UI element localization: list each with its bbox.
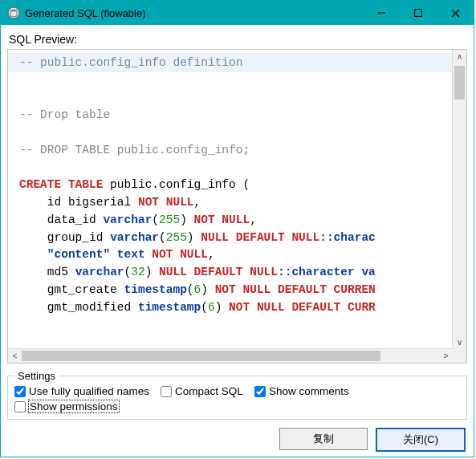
checkbox-fully-qualified-input[interactable] bbox=[14, 386, 26, 397]
horizontal-scrollbar[interactable]: < > bbox=[8, 348, 453, 363]
svg-point-1 bbox=[10, 9, 17, 11]
dialog-window: Generated SQL (flowable) SQL Preview: --… bbox=[0, 0, 474, 457]
scroll-up-icon[interactable]: ∧ bbox=[453, 50, 466, 63]
sql-preview: -- public.config_info definition -- Drop… bbox=[7, 49, 467, 364]
dialog-footer: 复制 关闭(C) bbox=[7, 420, 467, 452]
checkbox-compact-sql[interactable]: Compact SQL bbox=[161, 385, 243, 397]
checkbox-compact-sql-input[interactable] bbox=[161, 386, 172, 397]
sql-code[interactable]: -- public.config_info definition -- Drop… bbox=[8, 50, 452, 363]
window-title: Generated SQL (flowable) bbox=[25, 7, 146, 19]
copy-button[interactable]: 复制 bbox=[279, 428, 368, 450]
app-icon bbox=[7, 6, 20, 19]
settings-legend: Settings bbox=[14, 370, 59, 382]
vertical-scrollbar[interactable]: ∧ ∨ bbox=[452, 50, 466, 363]
checkbox-show-comments[interactable]: Show comments bbox=[254, 385, 349, 397]
vertical-scroll-thumb[interactable] bbox=[454, 66, 465, 100]
dialog-body: SQL Preview: -- public.config_info defin… bbox=[1, 25, 474, 457]
scroll-right-icon[interactable]: > bbox=[439, 351, 453, 360]
scroll-down-icon[interactable]: ∨ bbox=[453, 335, 466, 349]
checkbox-show-permissions-input[interactable] bbox=[14, 401, 26, 412]
svg-rect-3 bbox=[415, 10, 422, 17]
horizontal-scroll-thumb[interactable] bbox=[22, 351, 380, 361]
scroll-left-icon[interactable]: < bbox=[8, 351, 22, 360]
checkbox-show-permissions[interactable]: Show permissions bbox=[14, 400, 119, 412]
minimize-button[interactable] bbox=[363, 1, 400, 25]
close-dialog-button[interactable]: 关闭(C) bbox=[376, 428, 466, 452]
close-button[interactable] bbox=[437, 1, 474, 25]
checkbox-fully-qualified[interactable]: Use fully qualified names bbox=[14, 385, 149, 397]
maximize-button[interactable] bbox=[400, 1, 437, 25]
checkbox-show-comments-input[interactable] bbox=[254, 386, 266, 397]
settings-group: Settings Use fully qualified names Compa… bbox=[7, 370, 467, 420]
titlebar[interactable]: Generated SQL (flowable) bbox=[1, 1, 474, 25]
preview-label: SQL Preview: bbox=[9, 33, 467, 46]
